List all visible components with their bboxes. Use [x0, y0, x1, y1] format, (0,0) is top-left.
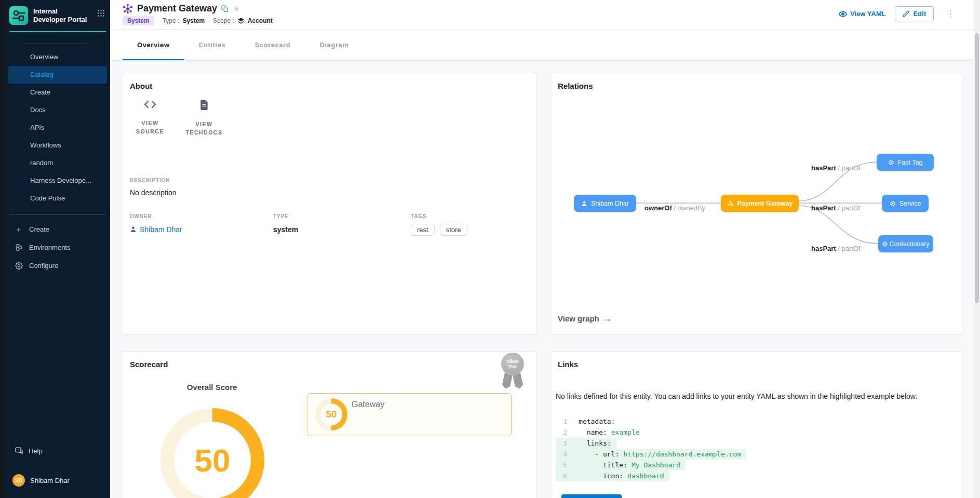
- system-group-icon: [727, 200, 734, 207]
- code-line: 2 name:example: [556, 427, 645, 438]
- view-graph-link[interactable]: View graph →: [558, 313, 612, 324]
- sidebar-action-label: Configure: [29, 262, 58, 270]
- tags-label: TAGS: [411, 213, 467, 219]
- help-button[interactable]: ? Help: [5, 441, 110, 461]
- graph-node-shibam-dhar[interactable]: Shibam Dhar: [574, 195, 636, 212]
- type-value: system: [273, 225, 411, 234]
- node-label: Payment Gateway: [737, 200, 793, 207]
- edge-label-haspart-mid: hasPart / partOf: [811, 204, 861, 212]
- links-card: Links No links defined for this entity. …: [550, 351, 962, 498]
- node-label: Confectionary: [889, 240, 929, 248]
- code-line-highlighted: 4 - url:https://dashboard.example.com: [556, 449, 746, 460]
- tag-chip[interactable]: store: [440, 224, 467, 236]
- scorecard-card: Scorecard Overall Score 50 50 Gateway Si…: [121, 351, 536, 498]
- scrollbar-thumb[interactable]: [975, 33, 979, 303]
- overall-score-value: 50: [195, 442, 231, 479]
- description-value: No description: [130, 189, 528, 197]
- tag-chip[interactable]: rest: [411, 224, 435, 236]
- view-source-button[interactable]: VIEW SOURCE: [130, 100, 170, 137]
- links-empty-note: No links defined for this entity. You ca…: [556, 392, 958, 400]
- graph-node-service[interactable]: Service: [882, 195, 929, 212]
- code-line: 1metadata:: [556, 416, 620, 427]
- sidebar-action-environments[interactable]: Environments: [5, 238, 110, 257]
- eye-icon: [839, 10, 847, 18]
- person-icon: [130, 226, 137, 233]
- sidebar-item-docs[interactable]: Docs: [5, 101, 110, 119]
- sidebar-item-code-pulse[interactable]: Code Pulse: [5, 190, 110, 207]
- type-label: TYPE: [273, 213, 411, 219]
- scorecard-gateway-card[interactable]: 50 Gateway: [307, 393, 512, 436]
- graph-node-payment-gateway[interactable]: Payment Gateway: [721, 195, 799, 212]
- environments-icon: [15, 244, 23, 251]
- tab-entities[interactable]: Entities: [184, 30, 240, 60]
- view-techdocs-button[interactable]: VIEW TECHDOCS: [184, 100, 224, 137]
- edge-label-ownerof: ownerOf / ownedBy: [645, 204, 705, 212]
- app-logo: [9, 6, 28, 25]
- node-label: Service: [900, 200, 921, 207]
- star-icon[interactable]: ★: [233, 4, 240, 14]
- view-techdocs-label: VIEW TECHDOCS: [184, 120, 224, 137]
- apps-grid-icon[interactable]: [97, 6, 105, 17]
- help-label: Help: [29, 447, 43, 455]
- arrow-right-icon: →: [602, 313, 612, 324]
- sidebar-item-harness-developer[interactable]: Harness Develope...: [5, 172, 110, 190]
- app-title: Internal Developer Portal: [33, 6, 89, 24]
- svg-text:?: ?: [17, 448, 19, 452]
- relations-graph: ownerOf / ownedBy hasPart / partOf hasPa…: [551, 73, 963, 335]
- scorecard-heading: Scorecard: [130, 360, 528, 369]
- view-yaml-button[interactable]: View YAML: [839, 10, 885, 18]
- graph-node-fast-tag[interactable]: Fast Tag: [877, 154, 934, 171]
- overall-score-donut: 50: [160, 408, 264, 498]
- owner-link[interactable]: Shibam Dhar: [130, 225, 273, 234]
- type-label: Type :: [163, 17, 180, 24]
- entity-tabs: Overview Entities Scorecard Diagram: [110, 30, 980, 61]
- chip-icon: [882, 241, 888, 247]
- overall-score-label: Overall Score: [160, 383, 264, 392]
- sidebar-item-apis[interactable]: APIs: [5, 119, 110, 137]
- nav-divider: [9, 214, 106, 215]
- sidebar-action-configure[interactable]: Configure: [5, 257, 110, 275]
- type-value: System: [182, 17, 205, 24]
- graph-node-confectionary[interactable]: Confectionary: [878, 235, 933, 252]
- edit-label: Edit: [913, 10, 926, 18]
- silver-tier-badge: Silver Tier: [501, 353, 525, 392]
- read-more-button[interactable]: Read more: [561, 494, 622, 498]
- tab-overview[interactable]: Overview: [123, 30, 184, 60]
- scope-label: Scope :: [213, 17, 234, 24]
- gateway-score-value: 50: [326, 409, 337, 420]
- gateway-score-donut: 50: [315, 398, 347, 430]
- description-label: DESCRIPTION: [130, 178, 528, 183]
- plus-icon: +: [15, 225, 23, 234]
- gear-icon: [15, 262, 23, 270]
- entity-header: Payment Gateway ★ System · Type : System…: [110, 0, 980, 30]
- kind-badge: System: [123, 16, 154, 25]
- sidebar-action-label: Environments: [29, 244, 70, 251]
- nav-divider: [25, 44, 88, 44]
- sidebar-item-overview[interactable]: Overview: [5, 48, 110, 66]
- edit-button[interactable]: Edit: [895, 6, 934, 21]
- tab-scorecard[interactable]: Scorecard: [240, 30, 305, 60]
- tab-diagram[interactable]: Diagram: [305, 30, 363, 60]
- avatar: SD: [12, 474, 25, 487]
- sidebar-accent-divider: [9, 31, 106, 32]
- more-options-icon[interactable]: ⋮: [943, 7, 958, 20]
- account-scope-icon: [237, 17, 245, 24]
- sidebar: Internal Developer Portal Overview Catal…: [5, 0, 110, 498]
- code-line-highlighted: 5 title:My Dashboard: [556, 460, 686, 470]
- user-profile[interactable]: SD Shibam Dhar: [5, 470, 110, 491]
- sidebar-action-create[interactable]: + Create: [5, 220, 110, 238]
- person-icon: [581, 200, 587, 207]
- sidebar-item-create[interactable]: Create: [5, 84, 110, 101]
- sidebar-item-workflows[interactable]: Workflows: [5, 137, 110, 154]
- relations-card: Relations ownerOf / ownedBy hasPart / pa…: [550, 73, 962, 335]
- sidebar-action-label: Create: [29, 225, 49, 233]
- sidebar-nav: Overview Catalog Create Docs APIs Workfl…: [5, 48, 110, 207]
- sidebar-item-random[interactable]: random: [5, 154, 110, 172]
- code-icon: [144, 100, 156, 109]
- page-scrollbar[interactable]: [974, 0, 980, 498]
- owner-name: Shibam Dhar: [140, 225, 182, 234]
- sidebar-item-catalog[interactable]: Catalog: [8, 66, 107, 84]
- copy-icon[interactable]: [221, 5, 229, 12]
- chip-icon: [888, 159, 894, 166]
- view-graph-label: View graph: [558, 314, 599, 323]
